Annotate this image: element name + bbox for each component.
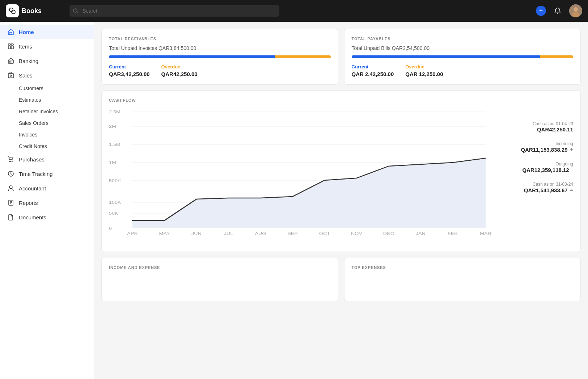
outgoing-label: Outgoing [501,161,573,167]
svg-text:AUG: AUG [255,231,266,236]
outgoing-value: QAR12,359,118.12 [522,167,569,173]
user-avatar[interactable] [569,4,582,17]
receivables-overdue-value: QAR42,250.00 [161,71,198,77]
cash-flow-card: CASH FLOW 2.5M 2M 1.5M 1M 500K 100K 50K … [101,90,581,252]
sidebar-item-estimates-label: Estimates [19,97,41,103]
payables-current-label: Current [352,64,394,70]
svg-text:JUL: JUL [224,231,233,236]
svg-text:0: 0 [109,226,112,231]
svg-rect-9 [11,46,13,49]
sidebar-item-home-label: Home [19,29,34,35]
top-expenses-card: TOP EXPENSES [344,258,581,301]
sidebar-item-retainer-invoices-label: Retainer Invoices [19,109,58,114]
cash-start-item: Cash as on 01-04-23 QAR42,250.11 [501,121,573,132]
sidebar-item-credit-notes[interactable]: Credit Notes [0,140,94,152]
svg-text:APR: APR [127,231,138,236]
sidebar: Home Items [0,22,94,379]
sidebar-item-purchases[interactable]: Purchases [0,152,94,167]
sidebar-item-invoices-label: Invoices [19,132,37,138]
reports-icon [7,199,14,206]
receivables-current-bar [109,55,275,58]
sidebar-item-banking[interactable]: Banking [0,54,94,68]
total-payables-card: TOTAL PAYABLES Total Unpaid Bills QAR2,5… [344,29,581,85]
payables-metrics: Current QAR 2,42,250.00 Overdue QAR 12,2… [352,64,574,77]
main-content: TOTAL RECEIVABLES Total Unpaid Invoices … [94,22,588,379]
svg-text:SEP: SEP [287,231,298,236]
svg-point-19 [12,161,13,162]
topbar: Books + [0,0,588,22]
sidebar-item-reports[interactable]: Reports [0,195,94,210]
payables-overdue-value: QAR 12,250.00 [405,71,443,77]
incoming-label: Incoming [501,141,573,146]
sidebar-item-sales-orders[interactable]: Sales Orders [0,117,94,129]
summary-cards-row: TOTAL RECEIVABLES Total Unpaid Invoices … [101,29,581,85]
payables-overdue-metric: Overdue QAR 12,250.00 [405,64,443,77]
cash-end-sign: = [570,187,573,193]
add-button[interactable]: + [536,6,546,16]
sidebar-item-documents[interactable]: Documents [0,210,94,224]
svg-point-21 [9,186,12,189]
incoming-item: Incoming QAR11,153,838.29 + [501,141,573,153]
income-expense-label: INCOME AND EXPENSE [109,265,331,270]
payables-current-bar [352,55,540,58]
sidebar-item-sales-orders-label: Sales Orders [19,120,48,126]
svg-text:MAY: MAY [159,231,170,236]
incoming-value: QAR11,153,838.29 [521,147,567,153]
sidebar-item-accountant[interactable]: Accountant [0,181,94,195]
sidebar-item-credit-notes-label: Credit Notes [19,143,47,149]
banking-icon [7,57,14,64]
total-receivables-card: TOTAL RECEIVABLES Total Unpaid Invoices … [101,29,338,85]
sidebar-item-invoices[interactable]: Invoices [0,129,94,140]
svg-text:JUN: JUN [191,231,202,236]
chart-area-fill [132,158,486,228]
sidebar-item-estimates[interactable]: Estimates [0,94,94,106]
svg-text:JAN: JAN [416,231,426,236]
svg-text:50K: 50K [109,211,118,216]
receivables-current-value: QAR3,42,250.00 [109,71,150,77]
receivables-title: TOTAL RECEIVABLES [109,37,331,41]
svg-point-1 [12,10,15,14]
receivables-overdue-label: Overdue [161,64,198,70]
search-container [69,5,279,17]
bell-icon [554,7,561,14]
svg-rect-16 [8,73,13,78]
receivables-overdue-metric: Overdue QAR42,250.00 [161,64,198,77]
incoming-sign: + [570,146,573,153]
receivables-progress-bar [109,55,331,58]
sidebar-item-purchases-label: Purchases [19,156,45,163]
sidebar-item-retainer-invoices[interactable]: Retainer Invoices [0,106,94,117]
svg-point-5 [574,7,578,12]
payables-current-value: QAR 2,42,250.00 [352,71,394,77]
svg-rect-8 [8,46,10,49]
cash-flow-sidebar: Cash as on 01-04-23 QAR42,250.11 Incomin… [501,107,573,244]
sidebar-item-home[interactable]: Home [0,25,94,39]
sidebar-item-reports-label: Reports [19,200,38,206]
svg-point-0 [9,8,13,12]
outgoing-sign: - [571,167,573,173]
svg-line-3 [77,12,78,13]
svg-point-6 [572,12,579,17]
svg-text:DEC: DEC [383,231,394,236]
app-logo: Books [6,4,64,17]
sidebar-item-time-tracking-label: Time Tracking [19,171,53,177]
sidebar-item-accountant-label: Accountant [19,185,46,191]
svg-rect-11 [11,44,13,45]
svg-text:500K: 500K [109,178,121,183]
svg-text:FEB: FEB [448,231,458,236]
svg-text:2.5M: 2.5M [109,110,120,114]
chart-area: 2.5M 2M 1.5M 1M 500K 100K 50K 0 [109,107,495,244]
sidebar-item-customers[interactable]: Customers [0,83,94,94]
receivables-current-label: Current [109,64,150,70]
notifications-button[interactable] [552,5,563,17]
svg-rect-7 [10,33,12,34]
sidebar-item-items[interactable]: Items [0,39,94,54]
payables-title: TOTAL PAYABLES [352,37,574,41]
payables-overdue-label: Overdue [405,64,443,70]
sidebar-item-documents-label: Documents [19,214,46,220]
app-name: Books [22,7,42,15]
sidebar-item-sales-label: Sales [19,72,33,79]
search-input[interactable] [69,5,279,17]
sidebar-item-time-tracking[interactable]: Time Tracking [0,167,94,181]
income-expense-card: INCOME AND EXPENSE [101,258,338,301]
sidebar-item-sales[interactable]: Sales [0,68,94,83]
